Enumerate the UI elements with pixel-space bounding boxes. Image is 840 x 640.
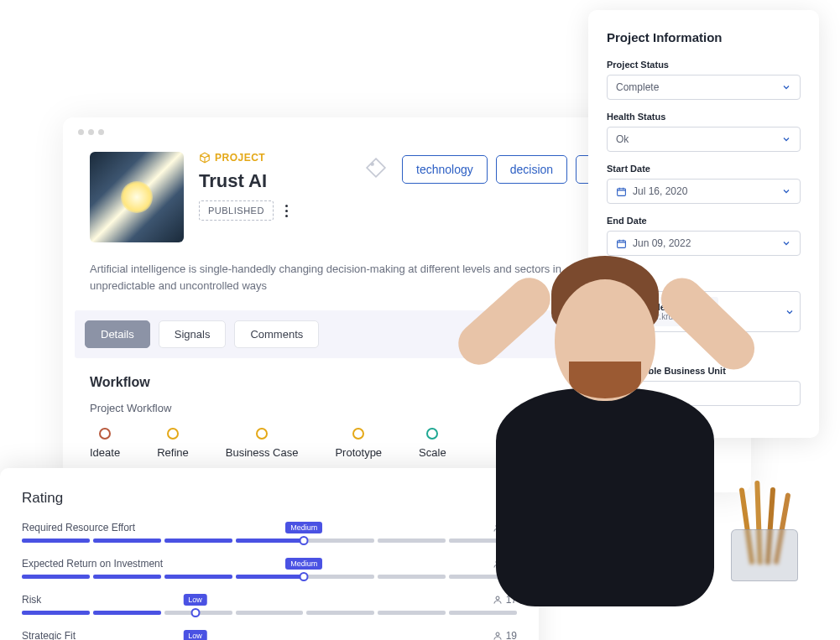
workflow-step-label: Prototype	[335, 446, 382, 459]
owner-name: Alexander Kruczek	[623, 302, 710, 312]
project-status-value: Complete	[616, 81, 659, 93]
svg-point-3	[496, 596, 499, 600]
rating-badge: Medium	[285, 522, 322, 533]
rating-label: Risk	[22, 594, 41, 606]
slider-handle[interactable]	[190, 608, 200, 617]
rating-count: 32	[493, 522, 517, 533]
workflow-step-circle	[167, 428, 179, 440]
rating-card: Rating Required Resource Effort32MediumE…	[0, 468, 539, 640]
rating-slider[interactable]: Medium	[22, 575, 517, 579]
tab-details[interactable]: Details	[85, 320, 150, 348]
owner-email: alexander.kruczek@i...	[623, 312, 710, 321]
chevron-down-icon	[785, 307, 795, 317]
person-icon	[493, 523, 503, 533]
owner-select[interactable]: Alexander Kruczek alexander.kruczek@i...	[607, 291, 801, 332]
field-label-rbu: Responsible Business Unit	[607, 366, 801, 376]
tab-signals[interactable]: Signals	[159, 320, 227, 348]
svg-point-0	[371, 163, 373, 165]
workflow-step[interactable]: Ideate	[90, 428, 120, 459]
svg-point-2	[496, 560, 499, 564]
field-label-project-status: Project Status	[607, 60, 801, 70]
svg-rect-5	[618, 188, 626, 195]
rating-label: Expected Return on Investment	[22, 558, 163, 570]
chevron-down-icon	[781, 238, 791, 248]
tag-decision[interactable]: decision	[496, 155, 567, 184]
workflow-step[interactable]: Refine	[157, 428, 189, 459]
cube-icon	[199, 152, 211, 164]
tag-technology[interactable]: technology	[402, 155, 488, 184]
calendar-icon	[616, 186, 627, 197]
rating-row: Strategic Fit19Low	[22, 630, 517, 640]
rating-row: Required Resource Effort32Medium	[22, 522, 517, 543]
person-icon	[493, 595, 503, 605]
health-status-select[interactable]: Ok	[607, 127, 801, 152]
chevron-down-icon	[781, 134, 791, 144]
workflow-step-label: Business Case	[226, 446, 299, 459]
rating-count: 17	[493, 594, 517, 606]
end-date-value: Jun 09, 2022	[633, 237, 691, 249]
rating-row: Expected Return on Investment25Medium	[22, 558, 517, 579]
rating-badge: Low	[183, 630, 207, 640]
workflow-step[interactable]: Business Case	[226, 428, 299, 459]
rating-count: 25	[493, 558, 517, 570]
end-date-select[interactable]: Jun 09, 2022	[607, 231, 801, 256]
svg-rect-6	[618, 240, 626, 247]
chevron-down-icon	[781, 186, 791, 196]
field-label-owner: Owner	[607, 276, 801, 286]
tag-icon	[365, 157, 387, 179]
chevron-down-icon	[781, 82, 791, 92]
slider-handle[interactable]	[300, 536, 309, 545]
more-options-button[interactable]	[282, 201, 291, 221]
info-panel-title: Project Information	[607, 30, 801, 44]
start-date-value: Jul 16, 2020	[633, 185, 687, 197]
calendar-icon	[616, 238, 627, 249]
field-label-start-date: Start Date	[607, 164, 801, 174]
rating-label: Strategic Fit	[22, 630, 76, 640]
workflow-step-circle	[426, 428, 438, 440]
rbu-value: IT	[616, 388, 625, 399]
workflow-step[interactable]: Scale	[419, 428, 446, 459]
workflow-step-circle	[256, 428, 268, 440]
published-badge: PUBLISHED	[199, 200, 274, 221]
workflow-step-label: Scale	[419, 446, 446, 459]
project-title: Trust AI	[199, 170, 350, 192]
rating-badge: Medium	[285, 558, 322, 570]
project-thumbnail	[90, 152, 184, 242]
person-icon	[493, 559, 503, 569]
workflow-step-label: Refine	[157, 446, 189, 459]
field-label-end-date: End Date	[607, 216, 801, 226]
info-panel: Project Information Project Status Compl…	[588, 10, 819, 438]
project-type-label: PROJECT	[199, 152, 265, 164]
svg-point-1	[496, 524, 499, 528]
field-label-health-status: Health Status	[607, 112, 801, 122]
workflow-step-label: Ideate	[90, 446, 120, 459]
rbu-select[interactable]: IT	[607, 381, 801, 406]
tab-comments[interactable]: Comments	[234, 320, 319, 348]
project-status-select[interactable]: Complete	[607, 75, 801, 100]
workflow-step[interactable]: Prototype	[335, 428, 382, 459]
rating-slider[interactable]: Low	[22, 611, 517, 615]
rating-slider[interactable]: Medium	[22, 539, 517, 543]
workflow-step-circle	[99, 428, 111, 440]
person-icon	[493, 631, 503, 640]
health-status-value: Ok	[616, 133, 629, 145]
start-date-select[interactable]: Jul 16, 2020	[607, 179, 801, 204]
rating-badge: Low	[183, 594, 207, 606]
workflow-step-circle	[352, 428, 364, 440]
svg-point-4	[496, 632, 499, 636]
rating-title: Rating	[22, 490, 517, 507]
rating-row: Risk17Low	[22, 594, 517, 615]
project-description: Artificial intelligence is single-handed…	[63, 242, 600, 294]
rating-count: 19	[493, 630, 517, 640]
slider-handle[interactable]	[300, 572, 309, 581]
rating-label: Required Resource Effort	[22, 522, 135, 533]
